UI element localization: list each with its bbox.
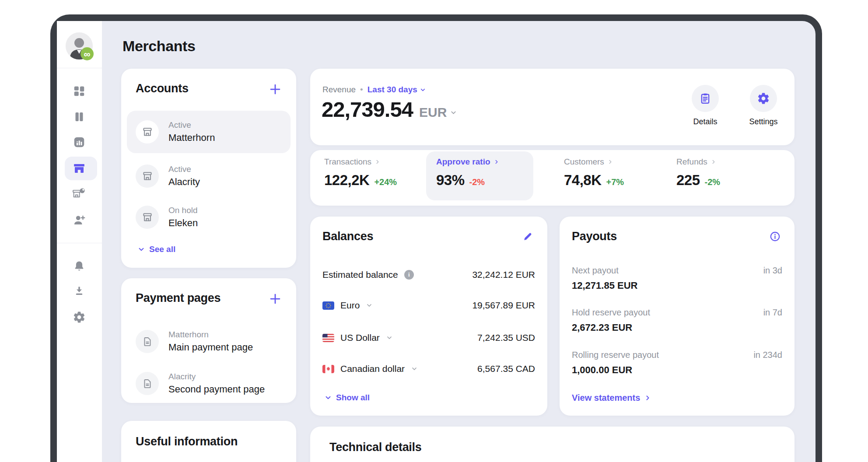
stat-label: Refunds xyxy=(676,157,707,167)
store-icon xyxy=(136,206,159,229)
payout-label: Next payout xyxy=(572,266,619,276)
account-status: On hold xyxy=(168,206,198,215)
stat-delta: +7% xyxy=(606,177,624,187)
balances-title: Balances xyxy=(322,230,373,243)
us-flag-icon xyxy=(322,334,334,342)
revenue-currency-selector[interactable]: EUR xyxy=(419,105,457,120)
revenue-currency: EUR xyxy=(419,105,447,120)
document-icon xyxy=(136,330,159,353)
account-row-alacrity[interactable]: Active Alacrity xyxy=(127,155,290,197)
balances-show-all-link[interactable]: Show all xyxy=(324,393,370,402)
payment-page-row-second[interactable]: Alacrity Second payment page xyxy=(127,362,290,405)
stat-label: Transactions xyxy=(324,157,371,167)
stat-transactions[interactable]: Transactions 122,2K +24% xyxy=(324,157,397,189)
revenue-separator: • xyxy=(360,85,363,94)
payment-page-row-main[interactable]: Matterhorn Main payment page xyxy=(127,320,290,363)
chevron-right-icon xyxy=(607,159,613,165)
chevron-right-icon xyxy=(710,159,717,165)
stat-customers[interactable]: Customers 74,8K +7% xyxy=(564,157,624,189)
account-name: Matterhorn xyxy=(168,132,215,144)
sidebar-item-notifications-icon[interactable] xyxy=(73,259,86,273)
add-account-button[interactable] xyxy=(269,83,282,96)
chevron-down-icon[interactable] xyxy=(386,334,393,341)
payout-row-label: Hold reserve payout in 7d xyxy=(572,308,782,318)
currency-balance: 7,242.35 USD xyxy=(477,332,535,343)
stat-value: 122,2K xyxy=(324,172,369,189)
pencil-icon xyxy=(522,231,533,242)
chevron-down-icon xyxy=(137,245,145,253)
technical-details-title: Technical details xyxy=(329,441,421,454)
payment-page-account: Alacrity xyxy=(168,372,265,382)
stat-label: Approve ratio xyxy=(436,157,490,167)
balance-row-cad: Canadian dollar 6,567.35 CAD xyxy=(322,361,535,376)
account-row-eleken[interactable]: On hold Eleken xyxy=(127,196,290,238)
payout-label: Rolling reserve payout xyxy=(572,350,659,360)
stat-label-row[interactable]: Transactions xyxy=(324,157,397,167)
estimated-balance-label: Estimated balance xyxy=(322,270,398,280)
chevron-down-icon[interactable] xyxy=(411,365,418,372)
payout-value: 1,000.00 EUR xyxy=(572,364,632,376)
see-all-label: See all xyxy=(149,245,175,254)
chevron-right-icon xyxy=(374,159,381,165)
payouts-card: Payouts Next payout in 3d 12,271.85 EUR … xyxy=(560,217,794,416)
stat-delta: +24% xyxy=(374,177,397,187)
chevron-down-icon xyxy=(420,87,426,93)
details-button[interactable] xyxy=(692,85,719,112)
view-statements-link[interactable]: View statements xyxy=(572,393,651,403)
chevron-down-icon xyxy=(450,109,457,116)
sidebar-item-downloads-icon[interactable] xyxy=(73,284,86,298)
useful-information-title: Useful information xyxy=(136,435,238,448)
stat-refunds[interactable]: Refunds 225 -2% xyxy=(676,157,720,189)
page-title: Merchants xyxy=(122,38,195,55)
screenshot-root: ∞ xyxy=(0,0,868,462)
stats-card: Transactions 122,2K +24% Approve ratio 9… xyxy=(310,150,794,206)
stat-label-row[interactable]: Customers xyxy=(564,157,624,167)
revenue-amount-row: 22,739.54 EUR xyxy=(322,97,457,122)
stat-value: 225 xyxy=(676,172,700,189)
revenue-period-label: Last 30 days xyxy=(368,85,417,94)
stat-delta: -2% xyxy=(705,177,721,187)
account-row-matterhorn[interactable]: Active Matterhorn xyxy=(127,111,290,153)
payment-page-name: Main payment page xyxy=(168,342,253,353)
settings-button[interactable] xyxy=(750,85,777,112)
payouts-info-button[interactable] xyxy=(769,231,781,242)
sidebar-item-store-analytics-icon[interactable] xyxy=(73,187,86,200)
stat-value: 74,8K xyxy=(564,172,602,189)
currency-balance: 6,567.35 CAD xyxy=(477,364,535,374)
stat-label-row[interactable]: Approve ratio xyxy=(436,157,500,167)
sidebar-item-dashboard-icon[interactable] xyxy=(73,84,86,98)
accounts-title: Accounts xyxy=(136,82,189,95)
sidebar-item-analytics-icon[interactable] xyxy=(73,136,86,149)
revenue-label-row: Revenue • Last 30 days xyxy=(322,85,426,94)
payout-row-label: Rolling reserve payout in 234d xyxy=(572,350,782,360)
account-name: Eleken xyxy=(168,217,198,229)
balance-row-euro: Euro 19,567.89 EUR xyxy=(322,298,535,313)
sidebar-item-merchants-icon[interactable] xyxy=(73,162,86,175)
revenue-period-selector[interactable]: Last 30 days xyxy=(368,85,426,94)
sidebar-item-settings-icon[interactable] xyxy=(73,311,86,324)
sidebar-item-columns-icon[interactable] xyxy=(73,110,86,123)
stat-label-row[interactable]: Refunds xyxy=(676,157,720,167)
sidebar-item-add-user-icon[interactable] xyxy=(73,214,86,227)
payout-value: 12,271.85 EUR xyxy=(572,280,637,291)
currency-name: Canadian dollar xyxy=(340,364,405,374)
account-status: Active xyxy=(168,120,215,130)
store-icon xyxy=(136,120,159,144)
info-icon[interactable]: i xyxy=(404,270,414,280)
sidebar-divider-top xyxy=(57,68,102,68)
estimated-balance-value: 32,242.12 EUR xyxy=(472,270,535,280)
edit-balances-button[interactable] xyxy=(522,231,533,242)
accounts-see-all-link[interactable]: See all xyxy=(137,245,175,254)
balance-row-usd: US Dollar 7,242.35 USD xyxy=(322,330,535,345)
payout-label: Hold reserve payout xyxy=(572,308,650,318)
add-payment-page-button[interactable] xyxy=(269,292,282,305)
gear-icon xyxy=(757,92,770,105)
stat-approve-ratio[interactable]: Approve ratio 93% -2% xyxy=(436,157,500,189)
chevron-down-icon[interactable] xyxy=(366,302,373,309)
payment-pages-title: Payment pages xyxy=(136,291,220,305)
currency-name: Euro xyxy=(340,300,360,311)
payout-row-label: Next payout in 3d xyxy=(572,266,782,276)
view-statements-label: View statements xyxy=(572,393,640,403)
payout-value: 2,672.23 EUR xyxy=(572,322,632,333)
payment-page-name: Second payment page xyxy=(168,384,265,395)
